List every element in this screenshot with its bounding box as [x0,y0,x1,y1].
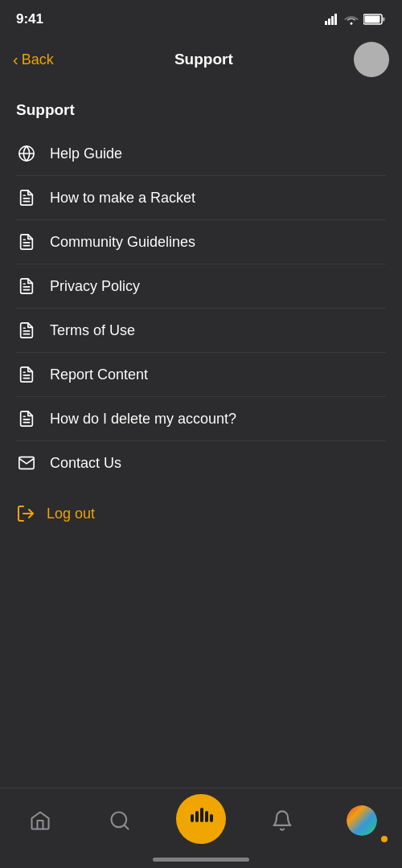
svg-line-28 [125,825,129,829]
home-indicator [153,858,249,862]
search-icon [109,809,131,832]
document-icon [16,187,37,208]
menu-item-label: Privacy Policy [50,278,140,295]
list-item[interactable]: Terms of Use [16,309,386,353]
tab-play-button[interactable] [176,794,226,844]
list-item[interactable]: Community Guidelines [16,220,386,264]
tab-profile[interactable] [338,800,386,841]
logout-label: Log out [47,506,95,522]
back-label: Back [22,51,54,68]
svg-rect-5 [365,16,380,23]
play-icon [189,806,213,832]
svg-rect-2 [331,16,334,25]
globe-icon [16,143,37,164]
document-icon [16,276,37,297]
list-item[interactable]: Help Guide [16,132,386,176]
list-item[interactable]: Contact Us [16,441,386,485]
tab-search[interactable] [96,800,144,841]
nav-bar: ‹ Back Support [0,35,402,87]
tab-notifications[interactable] [258,800,306,841]
tab-bar [0,788,402,868]
svg-rect-33 [210,814,213,822]
svg-rect-3 [334,14,337,25]
document-icon [16,320,37,341]
logout-button[interactable]: Log out [16,504,386,523]
status-bar: 9:41 [0,0,402,35]
svg-rect-0 [325,21,327,25]
bell-icon [271,809,293,832]
menu-item-label: Help Guide [50,145,122,162]
svg-rect-29 [191,814,194,822]
home-icon [29,809,51,832]
status-time: 9:41 [16,11,43,27]
svg-rect-1 [328,18,330,25]
menu-item-label: Contact Us [50,455,121,472]
menu-item-label: How to make a Racket [50,190,195,207]
battery-icon [363,14,386,25]
page-title: Support [174,51,233,68]
svg-rect-31 [200,808,203,822]
content-area: Support Help Guide [0,87,402,485]
logout-icon [16,504,35,523]
section-title: Support [16,95,386,125]
list-item[interactable]: Report Content [16,353,386,397]
menu-item-label: Terms of Use [50,322,135,339]
status-icons [325,14,386,25]
document-icon [16,408,37,429]
back-button[interactable]: ‹ Back [13,51,54,69]
menu-item-label: Report Content [50,366,148,383]
svg-rect-30 [195,811,199,822]
svg-rect-6 [383,18,385,22]
tab-home[interactable] [16,800,64,841]
list-item[interactable]: How to make a Racket [16,176,386,220]
profile-avatar [347,805,377,836]
menu-item-label: Community Guidelines [50,234,195,251]
document-icon [16,231,37,252]
wifi-icon [344,14,359,25]
signal-icon [325,14,339,25]
document-icon [16,364,37,385]
avatar[interactable] [354,42,389,77]
menu-item-label: How do I delete my account? [50,411,236,428]
list-item[interactable]: How do I delete my account? [16,397,386,441]
notification-dot [381,836,388,842]
menu-list: Help Guide How to make a Racket [16,132,386,485]
logout-section: Log out [0,485,402,523]
envelope-icon [16,452,37,473]
list-item[interactable]: Privacy Policy [16,264,386,309]
back-chevron-icon: ‹ [13,51,18,69]
svg-rect-32 [205,811,208,822]
